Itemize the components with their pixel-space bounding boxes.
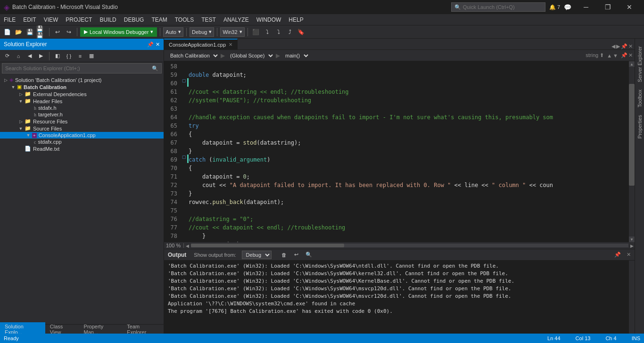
menu-test[interactable]: TEST <box>198 14 220 25</box>
tb-undo[interactable]: ↩ <box>52 27 63 37</box>
tree-readme[interactable]: 📄 ReadMe.txt <box>0 145 164 152</box>
zoom-indicator: 100 % <box>164 243 182 248</box>
se-view-btn[interactable]: ◧ <box>52 51 63 61</box>
tree-project[interactable]: ▼ ▣ Batch Calibration <box>0 83 164 90</box>
se-forward-btn[interactable]: ▶ <box>36 51 46 61</box>
tree-consoleapp-cpp[interactable]: ▼ + ConsoleApplication1.cpp <box>0 132 164 139</box>
tb-open[interactable]: 📂 <box>13 27 24 37</box>
quicklaunch-input[interactable] <box>463 4 534 10</box>
menu-file[interactable]: FILE <box>0 14 19 25</box>
se-preview-btn[interactable]: ▦ <box>86 51 97 61</box>
tab-class-view[interactable]: Class View <box>45 322 79 334</box>
output-pin[interactable]: 📌 <box>614 252 621 258</box>
solution-config-dropdown[interactable]: Auto ▾ <box>163 27 183 37</box>
editor-pin[interactable]: 📌 <box>621 43 627 49</box>
tb-save[interactable]: 💾 <box>25 27 35 37</box>
output-wrap-btn[interactable]: ↩ <box>291 250 302 260</box>
chat-icon[interactable]: 💬 <box>564 4 571 11</box>
tab-team-explorer[interactable]: Team Explorer <box>122 322 164 334</box>
close-button[interactable]: ✕ <box>619 0 640 14</box>
menu-debug[interactable]: DEBUG <box>120 14 148 25</box>
menu-build[interactable]: BUILD <box>96 14 120 25</box>
editor-nav-next[interactable]: ▶ <box>616 43 620 49</box>
code-container[interactable]: 58 59 60 61 62 63 64 65 66 67 68 69 70 7… <box>164 61 635 242</box>
tb-new[interactable]: 📄 <box>2 27 12 37</box>
menu-view[interactable]: VIEW <box>40 14 62 25</box>
menu-tools[interactable]: TOOLS <box>171 14 198 25</box>
menu-team[interactable]: TEAM <box>148 14 171 25</box>
tree-stdafx-h[interactable]: h stdafx.h <box>0 105 164 111</box>
output-scrollbar[interactable] <box>629 261 635 334</box>
menu-project[interactable]: PROJECT <box>62 14 96 25</box>
scroll-thumb[interactable] <box>629 84 635 186</box>
restore-button[interactable]: ❐ <box>597 0 619 14</box>
output-show-from: Show output from: <box>194 252 236 258</box>
breadcrumb-member-select[interactable]: main() <box>281 51 310 60</box>
tb-step3[interactable]: ⤴ <box>285 27 295 37</box>
tree-external-deps[interactable]: ▷ 📁 External Dependencies <box>0 90 164 98</box>
tb-saveall[interactable]: 💾💾 <box>36 27 46 37</box>
tree-targetver-h[interactable]: h targetver.h <box>0 111 164 118</box>
breadcrumb-scope-select[interactable]: (Global Scope) <box>226 51 275 60</box>
editor-tab-consoleapp[interactable]: ConsoleApplication1.cpp ✕ <box>164 39 238 49</box>
scroll-down-btn[interactable]: ▼ <box>629 237 635 242</box>
tab-close-button[interactable]: ✕ <box>229 42 232 47</box>
code-content[interactable]: double datapoint; //cout << datastring <… <box>189 61 629 242</box>
debug-start-button[interactable]: ▶ Local Windows Debugger ▾ <box>80 27 157 37</box>
vertical-scrollbar[interactable]: ▲ ▼ <box>629 61 635 242</box>
tree-header-files[interactable]: ▼ 📁 Header Files <box>0 98 164 105</box>
code-editor-wrapper: 58 59 60 61 62 63 64 65 66 67 68 69 70 7… <box>164 61 635 334</box>
tree-label: targetver.h <box>38 112 63 117</box>
notification-count[interactable]: 🔔 7 <box>549 4 560 10</box>
scroll-up-btn[interactable]: ▲ <box>629 61 635 67</box>
se-close-button[interactable]: ✕ <box>156 41 160 48</box>
tb-step[interactable]: ⤵ <box>262 27 272 37</box>
se-back-btn[interactable]: ◀ <box>25 51 35 61</box>
menu-window[interactable]: WINDOW <box>253 14 285 25</box>
properties-tab[interactable]: Properties <box>636 111 644 142</box>
platform-dropdown[interactable]: Win32 ▾ <box>220 27 244 37</box>
tb-bookmark[interactable]: 🔖 <box>296 27 306 37</box>
minimize-button[interactable]: ─ <box>575 0 597 14</box>
se-sync-btn[interactable]: ⟳ <box>2 51 12 61</box>
output-clear-btn[interactable]: 🗑 <box>279 250 289 260</box>
editor-close2[interactable]: ✕ <box>628 52 633 58</box>
menu-help[interactable]: HELP <box>285 14 307 25</box>
breadcrumb-sep2: ▶ <box>276 52 280 59</box>
tab-solution-explorer[interactable]: Solution Explo... <box>0 322 45 334</box>
scroll-left-btn[interactable]: ◀ <box>185 244 190 247</box>
toolbox-tab[interactable]: Toolbox <box>636 86 644 111</box>
output-source-dropdown[interactable]: Debug <box>242 251 272 259</box>
scroll-right-btn[interactable]: ▶ <box>629 244 635 247</box>
menu-edit[interactable]: EDIT <box>19 14 40 25</box>
tb-step2[interactable]: ⤵ <box>273 27 284 37</box>
se-props-btn[interactable]: ≡ <box>75 51 85 61</box>
menu-analyze[interactable]: ANALYZE <box>220 14 253 25</box>
editor-scroll-up[interactable]: ▲ <box>607 53 612 58</box>
breadcrumb-file-select[interactable]: Batch Calibration <box>166 51 220 60</box>
collapse-btn-75[interactable]: ▢ <box>182 155 186 159</box>
se-code-btn[interactable]: { } <box>64 51 74 61</box>
server-explorer-tab[interactable]: Server Explorer <box>636 42 644 86</box>
editor-scroll-down[interactable]: ▼ <box>613 53 618 58</box>
se-home-btn[interactable]: ⌂ <box>13 51 24 61</box>
editor-nav-prev[interactable]: ◀ <box>611 43 615 49</box>
debug-config-dropdown[interactable]: Debug ▾ <box>190 27 214 37</box>
tb-breakpoints[interactable]: ⬛ <box>251 27 261 37</box>
collapse-btn-60[interactable]: ▢ <box>182 78 186 83</box>
output-close[interactable]: ✕ <box>627 252 631 258</box>
tb-redo[interactable]: ↪ <box>64 27 74 37</box>
output-find-btn[interactable]: 🔍 <box>304 250 314 260</box>
se-search-input[interactable] <box>5 65 152 71</box>
tree-stdafx-cpp[interactable]: c stdafx.cpp <box>0 139 164 145</box>
tree-resource-files[interactable]: ▷ 📁 Resource Files <box>0 118 164 125</box>
se-pin-button[interactable]: 📌 <box>147 41 154 48</box>
h-scroll-track[interactable] <box>191 244 628 247</box>
tab-property-man[interactable]: Property Man... <box>79 322 123 334</box>
editor-close[interactable]: ✕ <box>628 43 633 49</box>
editor-pin2[interactable]: 📌 <box>621 52 627 58</box>
tree-solution[interactable]: ▷ ◈ Solution 'Batch Calibration' (1 proj… <box>0 76 164 83</box>
output-toolbar: 🗑 ↩ 🔍 <box>279 250 314 260</box>
tree-source-files[interactable]: ▼ 📁 Source Files <box>0 125 164 132</box>
output-line: The program '[7676] Batch Calibration.ex… <box>168 308 625 315</box>
